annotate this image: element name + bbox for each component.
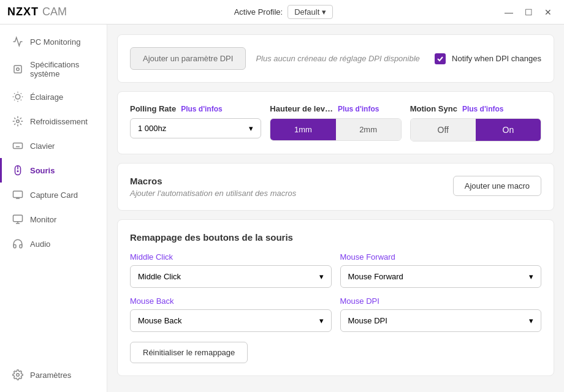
- sidebar-label-keyboard: Clavier: [30, 141, 55, 151]
- svg-point-2: [15, 94, 20, 99]
- sidebar-label-system-specs: Spécifications système: [30, 60, 97, 78]
- close-button[interactable]: ✕: [539, 5, 557, 20]
- audio-icon: [12, 238, 24, 250]
- remap-middle-click-select[interactable]: Middle Click ▾: [130, 265, 332, 288]
- profile-name: Default: [294, 7, 319, 17]
- notify-row: Notify when DPI changes: [435, 53, 541, 64]
- profile-dropdown[interactable]: Default ▾: [288, 5, 333, 19]
- motion-sync-toggle: Off On: [410, 118, 541, 141]
- settings-row: Polling Rate Plus d'infos 1 000hz ▾ Haut…: [130, 104, 541, 141]
- active-profile-section: Active Profile: Default ▾: [234, 5, 333, 19]
- maximize-button[interactable]: ☐: [520, 5, 537, 20]
- settings-card: Polling Rate Plus d'infos 1 000hz ▾ Haut…: [117, 91, 554, 154]
- sidebar: PC Monitoring Spécifications système: [0, 24, 107, 392]
- remap-mouse-dpi-value: Mouse DPI: [348, 316, 387, 325]
- sun-icon: [12, 91, 24, 103]
- dpi-row: Ajouter un paramètre DPI Plus aucun crén…: [130, 47, 420, 70]
- chevron-down-icon: ▾: [249, 124, 253, 133]
- macros-card: Macros Ajouter l'automatisation en utili…: [117, 163, 554, 211]
- mouse-icon: [12, 164, 24, 176]
- svg-rect-12: [13, 143, 23, 149]
- app-logo: NZXT CAM: [7, 6, 67, 18]
- window-controls: — ☐ ✕: [500, 5, 557, 20]
- remap-mouse-forward: Mouse Forward Mouse Forward ▾: [340, 252, 542, 288]
- chevron-down-icon: ▾: [319, 272, 324, 281]
- add-macro-button[interactable]: Ajouter une macro: [453, 176, 541, 196]
- remap-mouse-forward-label: Mouse Forward: [340, 252, 542, 262]
- sidebar-item-mouse[interactable]: Souris: [0, 158, 107, 183]
- remap-mouse-back: Mouse Back Mouse Back ▾: [130, 296, 332, 332]
- sidebar-label-capture-card: Capture Card: [30, 190, 78, 200]
- remap-mouse-dpi: Mouse DPI Mouse DPI ▾: [340, 296, 542, 332]
- lift-height-block: Hauteur de lev… Plus d'infos 1mm 2mm: [270, 104, 401, 141]
- remap-mouse-dpi-label: Mouse DPI: [340, 296, 542, 306]
- cpu-icon: [12, 63, 24, 75]
- motion-sync-on-button[interactable]: On: [476, 119, 541, 141]
- remap-mouse-forward-value: Mouse Forward: [348, 272, 403, 281]
- sidebar-item-lighting[interactable]: Éclairage: [0, 85, 107, 109]
- remap-mouse-back-value: Mouse Back: [138, 316, 182, 325]
- content-area: Ajouter un paramètre DPI Plus aucun crén…: [107, 24, 564, 392]
- monitor-icon: [12, 213, 24, 225]
- svg-point-1: [17, 68, 20, 71]
- motion-sync-more-info[interactable]: Plus d'infos: [462, 105, 504, 113]
- sidebar-label-mouse: Souris: [30, 166, 55, 175]
- remap-middle-click-label: Middle Click: [130, 252, 332, 262]
- settings-icon: [12, 369, 24, 381]
- notify-checkbox[interactable]: [435, 53, 446, 64]
- polling-rate-more-info[interactable]: Plus d'infos: [181, 105, 223, 113]
- sidebar-bottom: Paramètres: [0, 363, 107, 387]
- remap-middle-click-value: Middle Click: [138, 272, 181, 281]
- svg-line-5: [14, 93, 15, 94]
- remap-grid: Middle Click Middle Click ▾ Mouse Forwar…: [130, 252, 541, 332]
- sidebar-item-audio[interactable]: Audio: [0, 232, 107, 256]
- lift-height-more-info[interactable]: Plus d'infos: [338, 105, 379, 113]
- sidebar-label-settings: Paramètres: [30, 371, 71, 380]
- sidebar-item-cooling[interactable]: Refroidissement: [0, 109, 107, 134]
- polling-rate-label: Polling Rate Plus d'infos: [130, 104, 261, 113]
- macros-row: Macros Ajouter l'automatisation en utili…: [130, 176, 541, 198]
- chevron-down-icon: ▾: [322, 7, 326, 17]
- sidebar-item-capture-card[interactable]: Capture Card: [0, 183, 107, 207]
- motion-sync-off-button[interactable]: Off: [411, 119, 476, 141]
- remapping-title: Remappage des boutons de la souris: [130, 232, 541, 243]
- notify-label: Notify when DPI changes: [452, 54, 541, 63]
- chevron-down-icon: ▾: [319, 316, 324, 325]
- svg-line-6: [21, 100, 21, 100]
- sidebar-label-audio: Audio: [30, 239, 50, 249]
- remap-mouse-dpi-select[interactable]: Mouse DPI ▾: [340, 309, 542, 332]
- lift-2mm-button[interactable]: 2mm: [336, 119, 401, 140]
- polling-rate-dropdown[interactable]: 1 000hz ▾: [130, 118, 261, 138]
- active-profile-label: Active Profile:: [234, 7, 283, 17]
- cooling-icon: [12, 115, 24, 127]
- dpi-card: Ajouter un paramètre DPI Plus aucun crén…: [117, 34, 554, 83]
- sidebar-item-pc-monitoring[interactable]: PC Monitoring: [0, 29, 107, 54]
- dpi-note: Plus aucun créneau de réglage DPI dispon…: [256, 54, 419, 63]
- chevron-down-icon: ▾: [529, 316, 533, 325]
- add-dpi-button[interactable]: Ajouter un paramètre DPI: [130, 47, 246, 70]
- lift-height-toggle: 1mm 2mm: [270, 118, 401, 141]
- sidebar-label-cooling: Refroidissement: [30, 117, 88, 126]
- lift-1mm-button[interactable]: 1mm: [270, 119, 335, 140]
- minimize-button[interactable]: —: [500, 5, 517, 20]
- sidebar-item-keyboard[interactable]: Clavier: [0, 134, 107, 158]
- sidebar-label-lighting: Éclairage: [30, 92, 63, 102]
- svg-line-10: [21, 93, 21, 94]
- reset-remapping-button[interactable]: Réinitialiser le remappage: [130, 342, 248, 363]
- sidebar-item-monitor[interactable]: Monitor: [0, 207, 107, 232]
- svg-rect-0: [14, 66, 21, 73]
- main-layout: PC Monitoring Spécifications système: [0, 24, 564, 392]
- remap-mouse-back-select[interactable]: Mouse Back ▾: [130, 309, 332, 332]
- motion-sync-block: Motion Sync Plus d'infos Off On: [410, 104, 541, 141]
- polling-rate-value: 1 000hz: [138, 124, 166, 133]
- sidebar-item-settings[interactable]: Paramètres: [0, 363, 107, 387]
- polling-rate-block: Polling Rate Plus d'infos 1 000hz ▾: [130, 104, 261, 138]
- sidebar-label-pc-monitoring: PC Monitoring: [30, 37, 80, 47]
- lift-height-label: Hauteur de lev… Plus d'infos: [270, 104, 401, 113]
- sidebar-item-system-specs[interactable]: Spécifications système: [0, 54, 107, 85]
- capture-icon: [12, 189, 24, 201]
- keyboard-icon: [12, 140, 24, 152]
- remapping-card: Remappage des boutons de la souris Middl…: [117, 219, 554, 376]
- remap-middle-click: Middle Click Middle Click ▾: [130, 252, 332, 288]
- remap-mouse-forward-select[interactable]: Mouse Forward ▾: [340, 265, 542, 288]
